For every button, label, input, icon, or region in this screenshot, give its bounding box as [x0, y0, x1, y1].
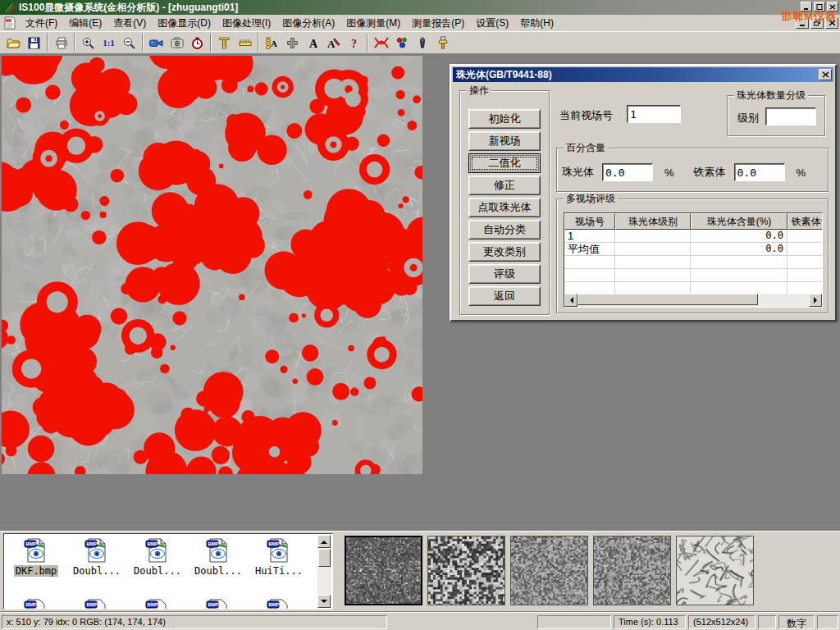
file-browser: BMP DKF.bmp BMP Doubl... BMP Doubl... BM… — [3, 533, 333, 609]
table-row-empty — [564, 256, 823, 269]
measure-text-button[interactable]: A — [262, 33, 282, 52]
binarize-button[interactable]: 二值化 — [468, 153, 541, 173]
init-button[interactable]: 初始化 — [468, 109, 541, 129]
file-item[interactable]: BMP Doubl... — [66, 537, 127, 577]
curve-tool-button[interactable] — [371, 33, 391, 52]
cell: 0.0 — [691, 243, 788, 256]
scrollbar-thumb[interactable] — [578, 294, 758, 305]
menu-help[interactable]: 帮助(H) — [514, 15, 559, 32]
help-button[interactable]: ? — [344, 33, 364, 52]
file-item-partial[interactable]: BMP — [127, 598, 188, 609]
thumbnail-5[interactable] — [676, 536, 754, 605]
menu-report[interactable]: 测量报告(P) — [406, 15, 470, 32]
ferrite-percent-input[interactable] — [734, 163, 785, 181]
table-row[interactable]: 1 0.0 — [564, 230, 823, 243]
file-item-partial[interactable]: BMP — [6, 598, 66, 609]
change-class-button[interactable]: 更改类别 — [468, 242, 541, 262]
dialog-title-bar[interactable]: 珠光体(GB/T9441-88) — [453, 67, 833, 82]
dialog-close-button[interactable] — [819, 69, 832, 80]
file-item-partial[interactable]: BMP — [249, 598, 309, 609]
scroll-left-button[interactable] — [564, 294, 578, 307]
zoom-out-button[interactable] — [119, 33, 139, 52]
return-button[interactable]: 返回 — [468, 286, 541, 306]
thumbnail-1[interactable] — [345, 536, 422, 605]
correct-button[interactable]: 修正 — [468, 176, 541, 195]
thumbnail-4[interactable] — [593, 536, 671, 605]
current-field-label: 当前视场号 — [559, 108, 613, 123]
scrollbar-thumb[interactable] — [318, 549, 331, 567]
file-item-partial[interactable]: BMP — [188, 598, 249, 609]
svg-text:BMP: BMP — [86, 541, 97, 546]
new-field-button[interactable]: 新视场 — [468, 131, 541, 151]
svg-text:BMP: BMP — [268, 541, 279, 546]
cell — [615, 230, 691, 243]
file-item-partial[interactable]: BMP — [66, 598, 127, 609]
svg-text:BMP: BMP — [25, 602, 36, 607]
grade-level-label: 级别 — [737, 111, 759, 126]
text-annotate-button[interactable]: A — [303, 33, 323, 52]
status-spacer — [390, 615, 535, 629]
table-horizontal-scrollbar[interactable] — [564, 294, 822, 307]
toolbar-separator — [47, 34, 48, 52]
toolbar: 1:1 A A A ? — [0, 31, 840, 54]
caliper-button[interactable] — [214, 33, 235, 52]
thumbnail-strip — [345, 536, 754, 605]
file-item[interactable]: BMP DKF.bmp — [6, 537, 66, 577]
thumbnail-2[interactable] — [427, 536, 505, 605]
pearlite-percent-input[interactable] — [602, 163, 653, 181]
menu-view[interactable]: 查看(V) — [107, 15, 152, 32]
status-blank — [817, 615, 838, 629]
bmp-file-icon: BMP — [266, 598, 292, 609]
file-vertical-scrollbar[interactable] — [317, 535, 331, 608]
pen-tool-button[interactable] — [412, 33, 432, 52]
menu-edit[interactable]: 编辑(E) — [63, 15, 107, 32]
pearlite-label: 珠光体 — [562, 165, 594, 180]
timer-clock-button[interactable] — [187, 33, 208, 52]
scroll-up-button[interactable] — [317, 535, 331, 548]
vendor-watermark: 邯郸M仪器 — [781, 9, 837, 24]
bmp-file-icon: BMP — [205, 537, 231, 564]
print-button[interactable] — [51, 33, 71, 52]
bottom-bar: BMP DKF.bmp BMP Doubl... BMP Doubl... BM… — [0, 531, 840, 611]
file-item[interactable]: BMP HuiTi... — [249, 537, 309, 577]
current-field-input[interactable] — [627, 105, 681, 123]
auto-classify-button[interactable]: 自动分类 — [468, 220, 541, 240]
svg-text:BMP: BMP — [86, 602, 97, 607]
pick-pearlite-button[interactable]: 点取珠光体 — [468, 198, 541, 217]
toolbar-separator — [142, 34, 144, 52]
svg-text:A: A — [309, 38, 318, 49]
menu-image-process[interactable]: 图像处理(I) — [217, 15, 276, 32]
document-icon[interactable] — [3, 16, 16, 30]
grade-button[interactable]: 评级 — [468, 264, 541, 284]
open-button[interactable] — [3, 33, 24, 52]
video-camera-button[interactable] — [146, 33, 167, 52]
thumbnail-3[interactable] — [510, 536, 588, 605]
file-item[interactable]: BMP Doubl... — [127, 537, 188, 577]
actual-size-button[interactable]: 1:1 — [98, 33, 119, 52]
menu-file[interactable]: 文件(F) — [20, 15, 63, 32]
brush-tool-button[interactable] — [432, 33, 453, 52]
menu-image-measure[interactable]: 图像测量(M) — [340, 15, 406, 32]
scroll-right-button[interactable] — [809, 294, 822, 307]
save-button[interactable] — [24, 33, 44, 52]
close-icon — [822, 71, 829, 78]
capture-camera-button[interactable] — [167, 33, 187, 52]
table-row[interactable]: 平均值 0.0 — [564, 243, 823, 256]
metallograph-image[interactable] — [2, 56, 422, 474]
file-item[interactable]: BMP Doubl... — [188, 537, 249, 577]
toolbar-separator — [210, 34, 212, 52]
scroll-down-button[interactable] — [317, 595, 331, 608]
zoom-in-button[interactable] — [78, 33, 98, 52]
grid-tool-button[interactable] — [282, 33, 303, 52]
ruler-button[interactable] — [235, 33, 255, 52]
classify-balls-button[interactable] — [391, 33, 412, 52]
arrow-right-icon — [814, 297, 820, 304]
grade-level-input[interactable] — [765, 107, 816, 126]
menu-image-display[interactable]: 图像显示(D) — [152, 15, 217, 32]
text-edit-button[interactable]: A — [323, 33, 344, 52]
cell: 0.0 — [691, 230, 788, 243]
menu-image-analysis[interactable]: 图像分析(A) — [276, 15, 340, 32]
menu-settings[interactable]: 设置(S) — [470, 15, 514, 32]
file-name: Doubl... — [132, 565, 183, 577]
cell — [615, 243, 691, 256]
